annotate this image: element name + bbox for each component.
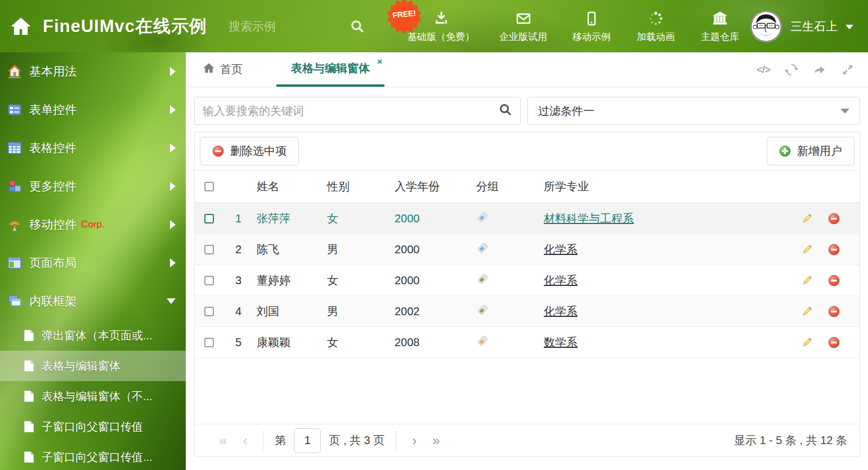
header-search-input[interactable] — [229, 20, 313, 33]
bank-icon — [712, 10, 728, 26]
delete-icon[interactable] — [828, 337, 840, 348]
tab-home[interactable]: 首页 — [188, 52, 257, 87]
tab-home-label: 首页 — [220, 62, 243, 77]
page-icon — [24, 420, 34, 433]
tag-icon — [476, 244, 489, 257]
major-link[interactable]: 化学系 — [544, 243, 578, 256]
sidebar-item-6[interactable]: 内联框架 — [0, 282, 186, 320]
source-code-icon[interactable]: </> — [757, 63, 770, 77]
major-link[interactable]: 材料科学与工程系 — [544, 212, 634, 225]
table-row[interactable]: 4刘国男2002化学系 — [195, 296, 860, 327]
row-number: 2 — [223, 243, 248, 256]
refresh-icon[interactable] — [785, 63, 798, 77]
sidebar-subitem-6-3[interactable]: 子窗口向父窗口传值 — [0, 411, 186, 442]
column-header-group[interactable]: 分组 — [468, 179, 535, 194]
header-action-2[interactable]: 移动示例 — [572, 10, 611, 43]
cell-year: 2000 — [386, 243, 468, 256]
page-number-input[interactable] — [294, 428, 321, 453]
header-action-label: 企业版试用 — [499, 30, 547, 43]
sidebar-item-label: 更多控件 — [29, 178, 77, 194]
open-new-window-icon[interactable] — [813, 63, 826, 77]
spinner-icon — [648, 10, 664, 26]
app-header: FineUIMvc在线示例 FREE! 基础版（免费）企业版试用移动示例加载动画… — [0, 0, 868, 52]
row-checkbox[interactable] — [204, 307, 214, 316]
search-icon[interactable] — [499, 103, 512, 119]
sidebar-item-5[interactable]: 页面布局 — [0, 244, 186, 282]
row-checkbox[interactable] — [204, 276, 214, 285]
pagination-bar: « ‹ 第 页 , 共 3 页 › » 显示 1 - 5 条 , 共 12 条 — [195, 424, 860, 456]
delete-selected-button[interactable]: 删除选中项 — [200, 137, 299, 165]
sidebar-item-label: 表格控件 — [29, 140, 77, 156]
username: 三生石上 — [790, 19, 838, 34]
sidebar-subitem-6-1[interactable]: 表格与编辑窗体 — [0, 351, 186, 381]
prev-page-button[interactable]: ‹ — [235, 433, 255, 449]
close-icon[interactable]: × — [377, 57, 382, 67]
last-page-button[interactable]: » — [424, 433, 448, 449]
plus-circle-icon — [779, 145, 791, 157]
home-icon[interactable] — [9, 15, 33, 38]
delete-icon[interactable] — [828, 213, 840, 225]
sidebar-item-label: 移动控件 — [29, 217, 77, 232]
app-title: FineUIMvc在线示例 — [43, 15, 207, 38]
row-checkbox[interactable] — [204, 245, 214, 254]
minus-circle-icon — [212, 145, 224, 157]
select-all-checkbox[interactable] — [204, 182, 214, 191]
cubes-icon — [7, 179, 22, 194]
sidebar-subitem-6-0[interactable]: 弹出窗体（本页面或... — [0, 320, 186, 351]
keyword-search-input[interactable] — [203, 105, 499, 118]
sidebar-item-1[interactable]: 表单控件 — [0, 91, 186, 129]
major-link[interactable]: 数学系 — [544, 336, 578, 348]
delete-icon[interactable] — [828, 306, 840, 317]
sidebar-item-4[interactable]: 移动控件Corp. — [0, 205, 186, 244]
sidebar-item-3[interactable]: 更多控件 — [0, 167, 186, 205]
table-row[interactable]: 1张萍萍女2000材料科学与工程系 — [195, 203, 860, 234]
header-action-0[interactable]: 基础版（免费） — [408, 10, 475, 43]
next-page-button[interactable]: › — [404, 433, 424, 449]
cell-group — [468, 335, 535, 350]
cell-year: 2008 — [386, 336, 468, 349]
keyword-search — [194, 97, 521, 125]
grid-empty-space — [195, 358, 860, 424]
major-link[interactable]: 化学系 — [544, 305, 578, 317]
first-page-button[interactable]: « — [212, 433, 235, 449]
column-header-name[interactable]: 姓名 — [248, 179, 319, 194]
sidebar-item-0[interactable]: 基本用法 — [0, 52, 186, 91]
column-header-gender[interactable]: 性别 — [319, 179, 386, 194]
edit-icon[interactable] — [801, 306, 813, 317]
search-icon[interactable] — [350, 19, 365, 34]
row-checkbox[interactable] — [204, 338, 214, 347]
edit-icon[interactable] — [801, 275, 813, 287]
cell-major: 化学系 — [535, 304, 798, 319]
table-row[interactable]: 3董婷婷女2000化学系 — [195, 265, 860, 296]
column-header-year[interactable]: 入学年份 — [386, 179, 468, 194]
row-checkbox[interactable] — [204, 214, 214, 223]
major-link[interactable]: 化学系 — [544, 274, 578, 287]
header-action-3[interactable]: 加载动画 — [636, 10, 675, 43]
chevron-right-icon — [170, 105, 176, 114]
delete-icon[interactable] — [828, 244, 840, 256]
add-user-button[interactable]: 新增用户 — [767, 137, 854, 165]
sidebar-item-2[interactable]: 表格控件 — [0, 129, 186, 167]
cell-actions — [798, 244, 860, 256]
edit-icon[interactable] — [801, 213, 813, 225]
table-icon — [7, 141, 22, 155]
edit-icon[interactable] — [801, 337, 813, 348]
page-icon — [24, 390, 34, 402]
cell-actions — [798, 213, 860, 225]
user-menu[interactable]: 三生石上 — [750, 0, 853, 52]
table-row[interactable]: 2陈飞男2000化学系 — [195, 234, 860, 265]
delete-icon[interactable] — [828, 275, 840, 287]
edit-icon[interactable] — [801, 244, 813, 256]
header-action-4[interactable]: 主题仓库 — [700, 10, 740, 43]
header-action-label: 加载动画 — [637, 30, 675, 43]
filter-dropdown[interactable]: 过滤条件一 — [527, 97, 860, 125]
header-action-1[interactable]: 企业版试用 — [499, 10, 547, 43]
column-header-major[interactable]: 所学专业 — [535, 179, 798, 194]
tab-grid-edit-window[interactable]: 表格与编辑窗体 × — [276, 52, 384, 87]
sidebar-subitem-6-2[interactable]: 表格与编辑窗体（不... — [0, 381, 186, 411]
row-check-cell — [195, 214, 223, 223]
sidebar-subitem-6-4[interactable]: 子窗口向父窗口传值... — [0, 442, 186, 470]
expand-icon[interactable] — [841, 63, 854, 77]
avatar[interactable] — [750, 10, 782, 43]
table-row[interactable]: 5康颖颖女2008数学系 — [195, 327, 860, 358]
